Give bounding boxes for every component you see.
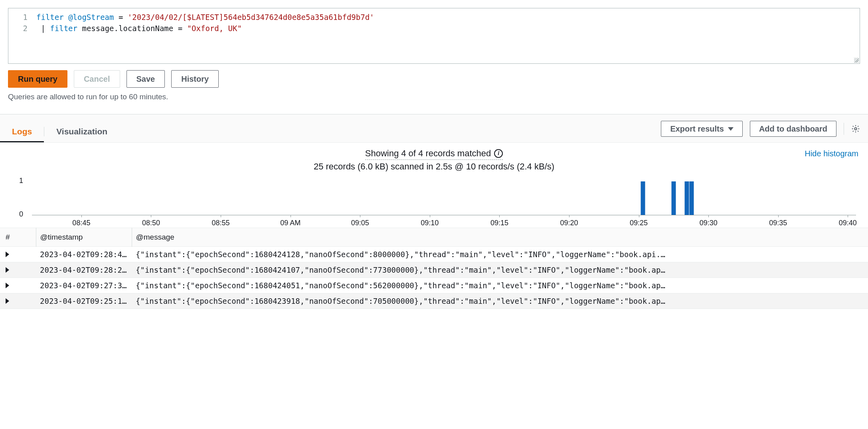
message-cell: {"instant":{"epochSecond":1680424107,"na… — [132, 262, 868, 278]
histogram-chart[interactable]: 1 0 08:4508:5008:5509 AM09:0509:1009:150… — [0, 174, 868, 224]
run-query-button[interactable]: Run query — [8, 70, 67, 88]
col-header-timestamp[interactable]: @timestamp — [36, 228, 132, 247]
expand-row-icon[interactable] — [6, 252, 9, 257]
x-tick-label: 09:10 — [421, 219, 439, 227]
expand-row-icon[interactable] — [6, 298, 9, 304]
x-tick — [499, 215, 500, 217]
x-tick-label: 09 AM — [280, 219, 301, 227]
matched-count-text: Showing 4 of 4 records matched — [365, 148, 491, 159]
table-row[interactable]: 22023-04-02T09:28:27.…{"instant":{"epoch… — [0, 262, 868, 278]
y-tick-label: 0 — [19, 210, 23, 218]
add-to-dashboard-button[interactable]: Add to dashboard — [750, 121, 836, 137]
row-index-cell: 4 — [0, 293, 10, 309]
action-separator — [844, 123, 844, 135]
query-editor[interactable]: 1 2 filter @logStream = '2023/04/02/[$LA… — [8, 8, 860, 64]
cancel-button: Cancel — [74, 70, 120, 88]
x-tick — [151, 215, 151, 217]
x-axis — [32, 215, 856, 215]
tab-logs[interactable]: Logs — [0, 121, 44, 142]
results-tabs: Logs Visualization — [0, 121, 119, 142]
histogram-bar[interactable] — [685, 181, 689, 215]
x-tick — [221, 215, 221, 217]
x-tick-label: 08:45 — [72, 219, 90, 227]
x-tick — [848, 215, 848, 217]
results-summary: Showing 4 of 4 records matched i 25 reco… — [0, 143, 868, 174]
timestamp-cell: 2023-04-02T09:27:31.… — [36, 278, 132, 293]
message-cell: {"instant":{"epochSecond":1680424051,"na… — [132, 278, 868, 293]
expand-row-icon[interactable] — [6, 267, 9, 273]
x-tick-label: 09:30 — [700, 219, 718, 227]
editor-code[interactable]: filter @logStream = '2023/04/02/[$LATEST… — [32, 8, 860, 63]
gear-icon[interactable] — [851, 124, 860, 133]
x-tick-label: 09:40 — [839, 219, 857, 227]
hide-histogram-link[interactable]: Hide histogram — [805, 149, 858, 158]
histogram-bar[interactable] — [690, 181, 694, 215]
svg-point-0 — [854, 128, 857, 130]
col-header-message[interactable]: @message — [132, 228, 868, 247]
tab-visualization[interactable]: Visualization — [44, 121, 119, 142]
x-tick — [778, 215, 779, 217]
x-tick-label: 09:15 — [490, 219, 508, 227]
x-tick — [360, 215, 360, 217]
x-tick — [708, 215, 709, 217]
scan-stats-text: 25 records (6.0 kB) scanned in 2.5s @ 10… — [0, 161, 868, 172]
editor-gutter: 1 2 — [8, 8, 32, 63]
table-row[interactable]: 42023-04-02T09:25:18.…{"instant":{"epoch… — [0, 293, 868, 309]
histogram-bar[interactable] — [672, 181, 676, 215]
line-number: 1 — [8, 12, 28, 23]
x-tick-label: 08:50 — [142, 219, 160, 227]
table-row[interactable]: 12023-04-02T09:28:48.…{"instant":{"epoch… — [0, 247, 868, 262]
x-tick — [639, 215, 639, 217]
expand-row-icon[interactable] — [6, 283, 9, 288]
x-tick-label: 09:25 — [630, 219, 648, 227]
histogram-bar[interactable] — [641, 181, 645, 215]
table-row[interactable]: 32023-04-02T09:27:31.…{"instant":{"epoch… — [0, 278, 868, 293]
timestamp-cell: 2023-04-02T09:28:48.… — [36, 247, 132, 262]
chevron-down-icon — [728, 127, 734, 131]
x-tick-label: 09:35 — [769, 219, 787, 227]
results-table: # @timestamp @message 12023-04-02T09:28:… — [0, 228, 868, 309]
col-header-index[interactable]: # — [0, 228, 36, 247]
timestamp-cell: 2023-04-02T09:28:27.… — [36, 262, 132, 278]
history-button[interactable]: History — [171, 70, 219, 88]
editor-resize-handle[interactable] — [852, 56, 860, 63]
x-tick — [430, 215, 430, 217]
x-tick-label: 08:55 — [212, 219, 230, 227]
row-index-cell: 3 — [0, 278, 10, 293]
row-index-cell: 2 — [0, 262, 10, 277]
message-cell: {"instant":{"epochSecond":1680423918,"na… — [132, 293, 868, 309]
timestamp-cell: 2023-04-02T09:25:18.… — [36, 293, 132, 309]
x-tick-label: 09:20 — [560, 219, 578, 227]
info-icon[interactable]: i — [494, 149, 503, 158]
export-results-button[interactable]: Export results — [661, 121, 742, 137]
export-results-label: Export results — [670, 124, 724, 134]
x-tick — [291, 215, 291, 217]
save-button[interactable]: Save — [127, 70, 165, 88]
message-cell: {"instant":{"epochSecond":1680424128,"na… — [132, 247, 868, 262]
x-tick-label: 09:05 — [351, 219, 369, 227]
query-runtime-hint: Queries are allowed to run for up to 60 … — [0, 91, 868, 109]
y-tick-label: 1 — [19, 177, 23, 185]
x-tick — [81, 215, 82, 217]
row-index-cell: 1 — [0, 247, 10, 262]
x-tick — [569, 215, 569, 217]
line-number: 2 — [8, 23, 28, 34]
